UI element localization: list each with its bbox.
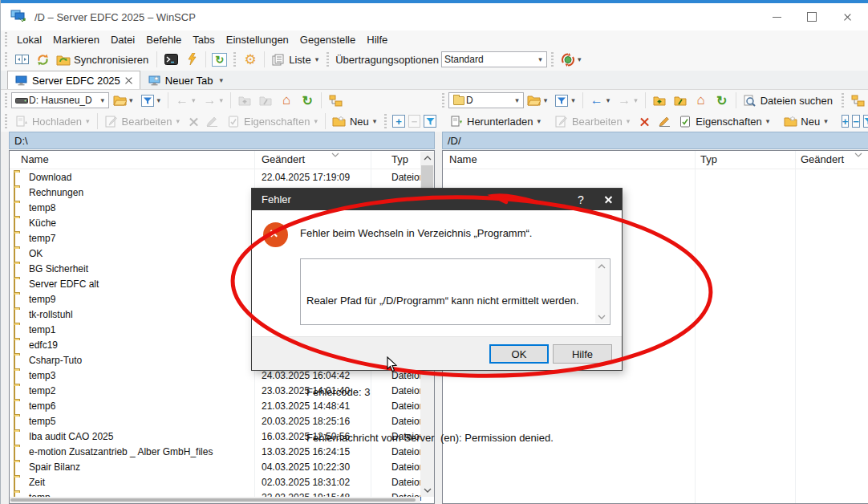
- forward-arrow-icon: →: [616, 92, 632, 108]
- file-name: temp6: [29, 400, 55, 412]
- close-button[interactable]: [829, 5, 865, 29]
- left-drive-combobox[interactable]: D: Hausneu_D ▾: [11, 92, 109, 108]
- left-back-button[interactable]: ←▾: [172, 91, 200, 110]
- tab-server-edfc-2025[interactable]: Server EDFC 2025: [7, 71, 140, 89]
- file-name: BG Sicherheit: [29, 263, 88, 274]
- maximize-button[interactable]: [794, 5, 829, 29]
- right-selection-filter-button[interactable]: [863, 115, 868, 128]
- right-delete-button[interactable]: [634, 112, 654, 131]
- right-new-button[interactable]: Neu ▾: [780, 112, 831, 131]
- equal-panels-button[interactable]: [11, 50, 32, 69]
- error-message: Fehler beim Wechseln in Verzeichnis „Pro…: [300, 227, 532, 239]
- left-properties-button[interactable]: Eigenschaften ▾: [223, 112, 322, 131]
- file-name: Csharp-Tuto: [29, 355, 82, 366]
- maximize-icon: [807, 12, 817, 22]
- left-home-button[interactable]: ⌂: [276, 91, 297, 110]
- toolbar-grip[interactable]: [5, 93, 7, 108]
- menu-markieren[interactable]: Markieren: [47, 34, 105, 46]
- left-new-button[interactable]: Neu ▾: [329, 112, 380, 131]
- hilfe-button[interactable]: Hilfe: [553, 344, 612, 364]
- right-properties-button[interactable]: Eigenschaften ▾: [675, 112, 773, 131]
- left-delete-button[interactable]: [184, 112, 202, 131]
- left-select-remove-button[interactable]: −: [408, 115, 421, 128]
- file-name: Küche: [29, 217, 56, 229]
- left-filter-button[interactable]: ▾: [137, 91, 165, 110]
- menu-tabs[interactable]: Tabs: [187, 34, 220, 46]
- left-directory-tree-button[interactable]: [325, 91, 346, 110]
- list-item[interactable]: Download22.04.2025 17:19:09Dateior: [10, 169, 420, 185]
- left-selection-filter-button[interactable]: [424, 115, 436, 128]
- tab-new[interactable]: Neuer Tab ▾: [140, 71, 233, 89]
- toolbar-grip[interactable]: [384, 114, 387, 128]
- right-open-directory-button[interactable]: ▾: [524, 91, 552, 110]
- toolbar-grip[interactable]: [5, 114, 7, 128]
- minimize-button[interactable]: [759, 5, 794, 29]
- left-forward-button[interactable]: →▾: [200, 91, 228, 110]
- right-edit-button[interactable]: Bearbeiten ▾: [551, 112, 634, 131]
- right-home-button[interactable]: ⌂: [691, 91, 712, 110]
- toolbar-grip[interactable]: [327, 52, 329, 67]
- right-refresh-button[interactable]: ↻: [712, 91, 732, 110]
- menu-hilfe[interactable]: Hilfe: [361, 34, 393, 46]
- preferences-button[interactable]: ⚙: [240, 50, 261, 69]
- synchronize-button[interactable]: Synchronisieren: [53, 50, 153, 69]
- left-open-directory-button[interactable]: ▾: [109, 91, 137, 110]
- chevron-down-icon: ▾: [627, 117, 631, 125]
- left-parent-directory-button[interactable]: [234, 91, 255, 110]
- dialog-help-button[interactable]: ?: [567, 189, 594, 210]
- transfer-preset-combobox[interactable]: Standard ▾: [441, 51, 547, 67]
- search-icon: [742, 92, 758, 108]
- tab-close-icon[interactable]: [125, 77, 132, 84]
- sync-browse-button[interactable]: [32, 50, 53, 69]
- upload-button[interactable]: Hochladen ▾: [11, 112, 94, 131]
- ok-button[interactable]: OK: [489, 344, 549, 364]
- right-root-directory-button[interactable]: [670, 91, 691, 110]
- right-parent-directory-button[interactable]: [649, 91, 670, 110]
- close-icon: [844, 14, 851, 21]
- panel-view-button[interactable]: Liste ▾: [268, 50, 322, 69]
- scrollbar-thumb[interactable]: [10, 498, 416, 502]
- scroll-down-button[interactable]: [595, 311, 607, 323]
- toolbar-grip[interactable]: [233, 52, 236, 67]
- right-directory-combobox[interactable]: D ▾: [448, 92, 524, 108]
- transfer-settings-button[interactable]: ▾: [558, 50, 586, 69]
- right-select-add-button[interactable]: +: [842, 115, 850, 128]
- menu-einstellungen[interactable]: Einstellungen: [221, 34, 294, 46]
- dialog-close-button[interactable]: [594, 189, 622, 210]
- right-back-button[interactable]: ←▾: [586, 91, 614, 110]
- left-rename-button[interactable]: [202, 112, 223, 131]
- download-button[interactable]: Herunterladen ▾: [446, 112, 545, 131]
- menu-grip[interactable]: [5, 32, 7, 47]
- menu-datei[interactable]: Datei: [105, 34, 140, 46]
- right-select-remove-button[interactable]: −: [852, 115, 860, 128]
- new-session-button[interactable]: [181, 50, 202, 69]
- menu-lokal[interactable]: Lokal: [11, 34, 47, 46]
- toolbar-grip[interactable]: [842, 93, 844, 108]
- left-root-directory-button[interactable]: [255, 91, 276, 110]
- menu-gegenstelle[interactable]: Gegenstelle: [294, 34, 361, 46]
- left-horizontal-scrollbar[interactable]: [10, 497, 420, 503]
- details-scrollbar[interactable]: [595, 260, 609, 323]
- menu-befehle[interactable]: Befehle: [140, 34, 187, 46]
- lightning-icon: [184, 51, 200, 67]
- open-terminal-button[interactable]: [160, 50, 181, 69]
- right-filter-button[interactable]: ▾: [551, 91, 579, 110]
- toolbar-grip[interactable]: [551, 52, 554, 67]
- scroll-up-button[interactable]: [420, 152, 434, 165]
- scroll-up-button[interactable]: [595, 260, 607, 273]
- find-files-button[interactable]: Dateien suchen: [740, 91, 838, 110]
- left-select-add-button[interactable]: +: [392, 115, 405, 128]
- globe-sync-icon: [560, 51, 576, 67]
- left-path-bar[interactable]: D:\: [9, 132, 435, 149]
- right-path-bar[interactable]: /D/: [442, 132, 868, 149]
- refresh-panels-button[interactable]: ↻: [209, 50, 229, 69]
- error-details-box[interactable]: Realer Pfad für „/D/Programm“ kann nicht…: [300, 258, 610, 325]
- file-name: temp7: [29, 233, 55, 244]
- left-edit-button[interactable]: Bearbeiten ▾: [101, 112, 184, 131]
- toolbar-grip[interactable]: [442, 93, 444, 108]
- right-forward-button[interactable]: →▾: [614, 91, 642, 110]
- toolbar-grip[interactable]: [5, 52, 7, 67]
- right-directory-tree-button[interactable]: [848, 91, 868, 110]
- right-rename-button[interactable]: [654, 112, 675, 131]
- left-refresh-button[interactable]: ↻: [297, 91, 318, 110]
